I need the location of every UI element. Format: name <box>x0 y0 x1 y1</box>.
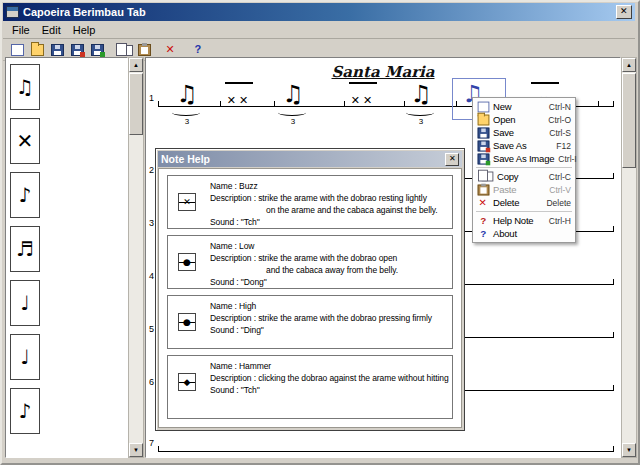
app-window: Capoeira Berimbau Tab File Edit Help ♫ ✕… <box>0 0 640 465</box>
menu-separator <box>476 167 572 168</box>
menu-item-help-note[interactable]: Help Note Ctrl-H <box>474 214 574 227</box>
note-description-2: and the cabaca away from the belly. <box>210 264 449 276</box>
note-help-text: Name : Buzz Description : strike the ara… <box>210 180 449 228</box>
triplet-number: 3 <box>166 117 208 126</box>
note-group[interactable]: ✕✕ <box>218 82 260 128</box>
menu-item-save-as[interactable]: Save As F12 <box>474 139 574 152</box>
note-name: Name : Hammer <box>210 360 449 372</box>
menu-help[interactable]: Help <box>67 23 102 37</box>
note-group[interactable]: ✕✕ <box>342 82 384 128</box>
copy-icon <box>120 45 133 56</box>
palette-note-item[interactable]: ♫ <box>10 64 40 110</box>
menu-item-paste: Paste Ctrl-V <box>474 183 574 196</box>
save-as-icon <box>71 44 84 56</box>
save-disk-icon <box>51 44 64 56</box>
palette-note-item[interactable]: ♪ <box>10 388 40 434</box>
x-note-glyph: ✕✕ <box>349 82 377 106</box>
palette-note-item[interactable]: ♩ <box>10 280 40 326</box>
menu-separator <box>476 211 572 212</box>
line-number: 1 <box>149 93 154 103</box>
scroll-down-button[interactable] <box>129 443 143 457</box>
scrollbar-thumb[interactable] <box>622 73 636 168</box>
note-help-entry: ✕ Name : Buzz Description : strike the a… <box>167 175 453 229</box>
note-help-text: Name : Hammer Description : clicking the… <box>210 360 449 396</box>
note-help-entry: ● Name : Low Description : strike the ar… <box>167 235 453 289</box>
triplet-number: 3 <box>272 117 314 126</box>
note-glyph: ✕ <box>17 129 34 153</box>
save-as-image-icon <box>478 153 490 164</box>
note-glyph: ♪ <box>19 399 32 423</box>
palette-note-item[interactable]: ♬ <box>10 226 40 272</box>
note-symbol: ✕ <box>178 193 196 211</box>
menu-item-about[interactable]: About <box>474 227 574 240</box>
line-number: 2 <box>149 165 154 175</box>
note-glyph: ♫ <box>166 82 208 106</box>
note-help-close-button[interactable] <box>445 153 459 166</box>
delete-icon <box>478 197 490 208</box>
line-number: 4 <box>149 271 154 281</box>
note-glyph: ♫ <box>272 82 314 106</box>
app-icon <box>6 6 19 18</box>
note-help-text: Name : High Description : strike the ara… <box>210 300 449 336</box>
open-folder-icon <box>478 114 490 125</box>
note-glyph: ♫ <box>400 82 442 106</box>
line-number: 5 <box>149 324 154 334</box>
staff-rule <box>158 451 614 452</box>
menu-item-open[interactable]: Open Ctrl-O <box>474 113 574 126</box>
note-description: Description : strike the arame with the … <box>210 312 449 324</box>
menu-item-save[interactable]: Save Ctrl-S <box>474 126 574 139</box>
note-help-titlebar[interactable]: Note Help <box>158 151 462 167</box>
note-group[interactable]: ♫ 3 <box>400 82 442 128</box>
note-name: Name : Buzz <box>210 180 449 192</box>
note-sound: Sound : "Ding" <box>210 324 449 336</box>
paste-icon <box>478 184 490 195</box>
triplet-slur <box>278 109 306 116</box>
menu-item-copy[interactable]: Copy Ctrl-C <box>474 170 574 183</box>
note-sound: Sound : "Dong" <box>210 276 449 288</box>
save-as-image-icon <box>91 44 104 56</box>
menu-item-new[interactable]: New Ctrl-N <box>474 100 574 113</box>
note-description-2: on the arame and the cabaca against the … <box>210 204 449 216</box>
paste-icon <box>138 44 151 56</box>
window-title: Capoeira Berimbau Tab <box>23 6 146 18</box>
context-menu: New Ctrl-N Open Ctrl-O Save Ctrl-S Save … <box>472 97 576 243</box>
note-help-window: Note Help ✕ Name : Buzz Description : st… <box>155 148 465 431</box>
note-description: Description : strike the arame with the … <box>210 192 449 204</box>
canvas-scrollbar[interactable] <box>621 57 637 458</box>
note-glyph: ♫ <box>16 75 34 99</box>
note-name: Name : Low <box>210 240 449 252</box>
scroll-down-button[interactable] <box>622 443 636 457</box>
palette-note-item[interactable]: ✕ <box>10 118 40 164</box>
new-page-icon <box>11 44 24 56</box>
save-as-icon <box>478 140 490 151</box>
note-group[interactable]: ♫ 3 <box>166 82 208 128</box>
menu-file[interactable]: File <box>6 23 36 37</box>
triplet-slur <box>406 109 434 116</box>
scrollbar-thumb[interactable] <box>129 73 143 135</box>
close-button[interactable] <box>616 5 632 19</box>
x-note-glyph: ✕✕ <box>225 82 253 106</box>
note-palette: ♫ ✕ ♪ ♬ ♩ ♩ ♪ <box>5 57 128 458</box>
note-glyph: ♪ <box>19 183 32 207</box>
note-help-title: Note Help <box>161 153 210 165</box>
note-help-body: ✕ Name : Buzz Description : strike the a… <box>158 168 462 428</box>
menu-item-delete[interactable]: Delete Delete <box>474 196 574 209</box>
song-title: Santa Maria <box>146 63 620 81</box>
palette-scrollbar[interactable] <box>128 57 144 458</box>
scroll-up-button[interactable] <box>129 58 143 72</box>
note-glyph: ♩ <box>20 345 29 369</box>
menu-item-save-as-image[interactable]: Save As Image Ctrl-I <box>474 152 574 165</box>
delete-icon <box>165 44 178 56</box>
note-sound: Sound : "Tch" <box>210 216 449 228</box>
palette-note-item[interactable]: ♩ <box>10 334 40 380</box>
save-disk-icon <box>478 127 490 138</box>
palette-note-item[interactable]: ♪ <box>10 172 40 218</box>
title-bar[interactable]: Capoeira Berimbau Tab <box>3 3 635 21</box>
line-number: 3 <box>149 218 154 228</box>
note-group[interactable]: ♫ 3 <box>272 82 314 128</box>
scroll-up-button[interactable] <box>622 58 636 72</box>
help-note-icon <box>478 215 490 226</box>
note-symbol: ● <box>178 313 196 331</box>
menu-edit[interactable]: Edit <box>36 23 67 37</box>
note-help-entry: ◆ Name : Hammer Description : clicking t… <box>167 355 453 419</box>
